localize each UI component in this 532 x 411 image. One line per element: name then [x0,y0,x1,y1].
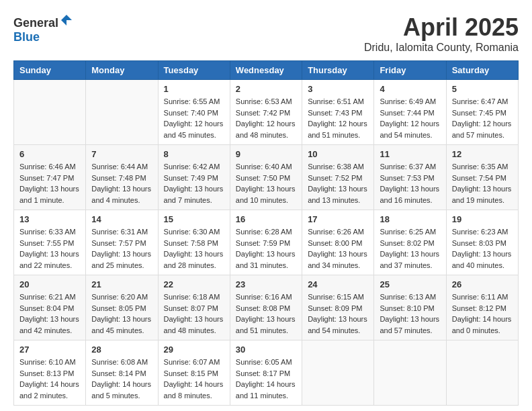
day-number: 23 [236,279,296,289]
calendar-cell: 3Sunrise: 6:51 AMSunset: 7:43 PMDaylight… [302,80,374,145]
day-info: Sunrise: 6:18 AMSunset: 8:07 PMDaylight:… [164,291,224,336]
calendar-cell: 17Sunrise: 6:26 AMSunset: 8:00 PMDayligh… [302,210,374,275]
day-number: 13 [19,214,80,224]
day-number: 25 [380,279,440,289]
day-info: Sunrise: 6:23 AMSunset: 8:03 PMDaylight:… [452,226,513,271]
calendar-cell: 25Sunrise: 6:13 AMSunset: 8:10 PMDayligh… [374,275,446,340]
day-number: 12 [452,149,513,159]
day-info: Sunrise: 6:42 AMSunset: 7:49 PMDaylight:… [164,161,224,205]
day-number: 29 [164,345,224,355]
calendar-cell: 14Sunrise: 6:31 AMSunset: 7:57 PMDayligh… [86,210,158,275]
day-number: 1 [164,84,224,94]
day-number: 19 [452,214,513,224]
day-number: 3 [308,84,368,94]
calendar-cell: 30Sunrise: 6:05 AMSunset: 8:17 PMDayligh… [230,340,302,406]
calendar-cell: 6Sunrise: 6:46 AMSunset: 7:47 PMDaylight… [14,145,86,210]
calendar-week-row: 1Sunrise: 6:55 AMSunset: 7:40 PMDaylight… [14,80,519,145]
day-info: Sunrise: 6:05 AMSunset: 8:17 PMDaylight:… [236,357,296,401]
day-number: 8 [164,149,224,159]
day-number: 30 [236,345,296,355]
calendar-cell: 7Sunrise: 6:44 AMSunset: 7:48 PMDaylight… [86,145,158,210]
svg-marker-0 [61,15,72,26]
day-number: 7 [91,149,152,159]
day-number: 22 [164,279,224,289]
day-number: 6 [19,149,80,159]
calendar-cell: 13Sunrise: 6:33 AMSunset: 7:55 PMDayligh… [14,210,86,275]
day-number: 20 [19,279,80,289]
day-of-week-header: Saturday [446,61,518,80]
day-info: Sunrise: 6:55 AMSunset: 7:40 PMDaylight:… [164,96,224,140]
day-number: 9 [236,149,296,159]
calendar-cell [446,340,518,406]
day-of-week-header: Sunday [14,61,86,80]
day-number: 15 [164,214,224,224]
day-number: 5 [452,84,513,94]
day-number: 27 [19,345,80,355]
calendar-week-row: 27Sunrise: 6:10 AMSunset: 8:13 PMDayligh… [14,340,519,406]
calendar-cell: 8Sunrise: 6:42 AMSunset: 7:49 PMDaylight… [158,145,230,210]
day-of-week-header: Wednesday [230,61,302,80]
day-number: 11 [380,149,440,159]
page-header: General Blue April 2025 Dridu, Ialomita … [13,13,519,54]
day-info: Sunrise: 6:08 AMSunset: 8:14 PMDaylight:… [91,357,152,401]
calendar-cell: 5Sunrise: 6:47 AMSunset: 7:45 PMDaylight… [446,80,518,145]
day-of-week-header: Tuesday [158,61,230,80]
day-info: Sunrise: 6:20 AMSunset: 8:05 PMDaylight:… [91,291,152,336]
day-info: Sunrise: 6:13 AMSunset: 8:10 PMDaylight:… [380,291,440,336]
day-info: Sunrise: 6:37 AMSunset: 7:53 PMDaylight:… [380,161,440,205]
month-title: April 2025 [364,13,519,42]
day-info: Sunrise: 6:30 AMSunset: 7:58 PMDaylight:… [164,226,224,271]
day-number: 2 [236,84,296,94]
calendar-cell: 20Sunrise: 6:21 AMSunset: 8:04 PMDayligh… [14,275,86,340]
calendar-cell: 9Sunrise: 6:40 AMSunset: 7:50 PMDaylight… [230,145,302,210]
day-info: Sunrise: 6:47 AMSunset: 7:45 PMDaylight:… [452,96,513,140]
logo-blue: Blue [13,30,40,44]
calendar-week-row: 20Sunrise: 6:21 AMSunset: 8:04 PMDayligh… [14,275,519,340]
day-info: Sunrise: 6:11 AMSunset: 8:12 PMDaylight:… [452,291,513,336]
calendar-cell: 27Sunrise: 6:10 AMSunset: 8:13 PMDayligh… [14,340,86,406]
calendar-cell: 26Sunrise: 6:11 AMSunset: 8:12 PMDayligh… [446,275,518,340]
calendar-cell: 12Sunrise: 6:35 AMSunset: 7:54 PMDayligh… [446,145,518,210]
day-info: Sunrise: 6:10 AMSunset: 8:13 PMDaylight:… [19,357,80,401]
day-info: Sunrise: 6:44 AMSunset: 7:48 PMDaylight:… [91,161,152,205]
logo: General Blue [13,13,73,44]
calendar-week-row: 6Sunrise: 6:46 AMSunset: 7:47 PMDaylight… [14,145,519,210]
day-info: Sunrise: 6:38 AMSunset: 7:52 PMDaylight:… [308,161,368,205]
calendar-cell: 22Sunrise: 6:18 AMSunset: 8:07 PMDayligh… [158,275,230,340]
day-number: 24 [308,279,368,289]
day-info: Sunrise: 6:28 AMSunset: 7:59 PMDaylight:… [236,226,296,271]
calendar-cell: 2Sunrise: 6:53 AMSunset: 7:42 PMDaylight… [230,80,302,145]
day-info: Sunrise: 6:49 AMSunset: 7:44 PMDaylight:… [380,96,440,140]
calendar-cell: 15Sunrise: 6:30 AMSunset: 7:58 PMDayligh… [158,210,230,275]
day-info: Sunrise: 6:25 AMSunset: 8:02 PMDaylight:… [380,226,440,271]
day-number: 16 [236,214,296,224]
day-number: 28 [91,345,152,355]
calendar-table: SundayMondayTuesdayWednesdayThursdayFrid… [13,60,519,406]
day-number: 10 [308,149,368,159]
day-info: Sunrise: 6:33 AMSunset: 7:55 PMDaylight:… [19,226,80,271]
day-info: Sunrise: 6:16 AMSunset: 8:08 PMDaylight:… [236,291,296,336]
day-info: Sunrise: 6:40 AMSunset: 7:50 PMDaylight:… [236,161,296,205]
calendar-header-row: SundayMondayTuesdayWednesdayThursdayFrid… [14,61,519,80]
day-info: Sunrise: 6:53 AMSunset: 7:42 PMDaylight:… [236,96,296,140]
day-info: Sunrise: 6:35 AMSunset: 7:54 PMDaylight:… [452,161,513,205]
calendar-cell [86,80,158,145]
calendar-cell: 18Sunrise: 6:25 AMSunset: 8:02 PMDayligh… [374,210,446,275]
title-area: April 2025 Dridu, Ialomita County, Roman… [364,13,519,54]
day-info: Sunrise: 6:46 AMSunset: 7:47 PMDaylight:… [19,161,80,205]
day-of-week-header: Monday [86,61,158,80]
day-number: 21 [91,279,152,289]
day-number: 17 [308,214,368,224]
calendar-cell: 28Sunrise: 6:08 AMSunset: 8:14 PMDayligh… [86,340,158,406]
day-info: Sunrise: 6:26 AMSunset: 8:00 PMDaylight:… [308,226,368,271]
day-info: Sunrise: 6:31 AMSunset: 7:57 PMDaylight:… [91,226,152,271]
calendar-cell: 10Sunrise: 6:38 AMSunset: 7:52 PMDayligh… [302,145,374,210]
day-number: 26 [452,279,513,289]
day-number: 18 [380,214,440,224]
calendar-cell: 4Sunrise: 6:49 AMSunset: 7:44 PMDaylight… [374,80,446,145]
calendar-cell: 1Sunrise: 6:55 AMSunset: 7:40 PMDaylight… [158,80,230,145]
calendar-cell [14,80,86,145]
calendar-cell [302,340,374,406]
day-number: 4 [380,84,440,94]
day-of-week-header: Friday [374,61,446,80]
